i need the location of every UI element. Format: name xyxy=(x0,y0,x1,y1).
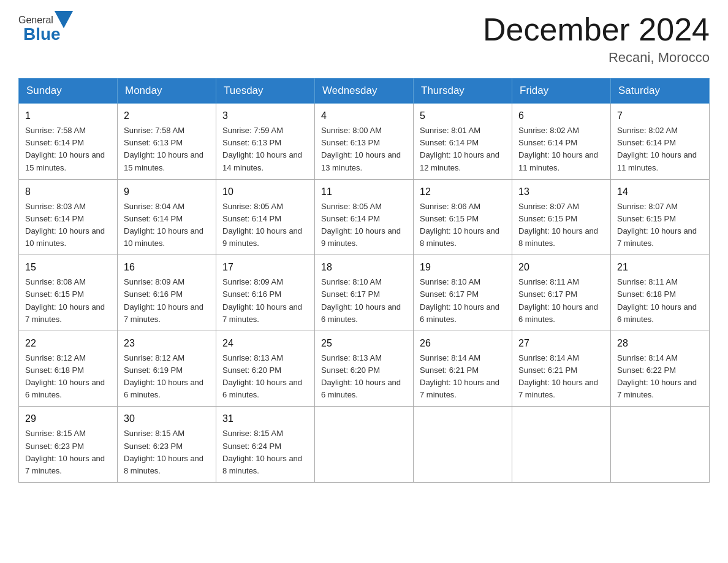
day-cell xyxy=(315,407,414,483)
day-number: 9 xyxy=(124,185,210,199)
day-cell: 10 Sunrise: 8:05 AMSunset: 6:14 PMDaylig… xyxy=(216,179,315,255)
header-monday: Monday xyxy=(118,79,216,104)
day-number: 25 xyxy=(321,336,407,351)
day-info: Sunrise: 8:05 AMSunset: 6:14 PMDaylight:… xyxy=(321,202,401,248)
day-number: 27 xyxy=(518,336,604,351)
day-number: 8 xyxy=(25,185,111,199)
header-thursday: Thursday xyxy=(414,79,512,104)
day-number: 3 xyxy=(222,109,308,123)
day-info: Sunrise: 8:15 AMSunset: 6:23 PMDaylight:… xyxy=(25,429,105,475)
day-info: Sunrise: 8:04 AMSunset: 6:14 PMDaylight:… xyxy=(124,202,203,248)
day-info: Sunrise: 8:14 AMSunset: 6:22 PMDaylight:… xyxy=(617,353,697,399)
header-wednesday: Wednesday xyxy=(315,79,414,104)
day-number: 26 xyxy=(420,336,506,351)
day-info: Sunrise: 7:58 AMSunset: 6:14 PMDaylight:… xyxy=(25,126,105,172)
day-cell: 18 Sunrise: 8:10 AMSunset: 6:17 PMDaylig… xyxy=(315,255,414,331)
day-cell: 1 Sunrise: 7:58 AMSunset: 6:14 PMDayligh… xyxy=(19,104,118,180)
logo-blue-text: Blue xyxy=(23,25,61,44)
day-info: Sunrise: 8:09 AMSunset: 6:16 PMDaylight:… xyxy=(124,277,203,323)
day-cell: 11 Sunrise: 8:05 AMSunset: 6:14 PMDaylig… xyxy=(315,179,414,255)
header-row: Sunday Monday Tuesday Wednesday Thursday… xyxy=(19,79,710,104)
day-number: 4 xyxy=(321,109,407,123)
day-cell: 20 Sunrise: 8:11 AMSunset: 6:17 PMDaylig… xyxy=(512,255,611,331)
day-info: Sunrise: 8:15 AMSunset: 6:24 PMDaylight:… xyxy=(222,429,302,475)
day-number: 12 xyxy=(420,185,506,199)
day-info: Sunrise: 8:06 AMSunset: 6:15 PMDaylight:… xyxy=(420,202,499,248)
week-row-3: 15 Sunrise: 8:08 AMSunset: 6:15 PMDaylig… xyxy=(19,255,710,331)
day-cell xyxy=(512,407,611,483)
day-cell: 13 Sunrise: 8:07 AMSunset: 6:15 PMDaylig… xyxy=(512,179,611,255)
day-cell: 2 Sunrise: 7:58 AMSunset: 6:13 PMDayligh… xyxy=(118,104,216,180)
day-info: Sunrise: 8:13 AMSunset: 6:20 PMDaylight:… xyxy=(321,353,401,399)
day-number: 17 xyxy=(222,260,308,275)
day-info: Sunrise: 8:13 AMSunset: 6:20 PMDaylight:… xyxy=(222,353,302,399)
day-info: Sunrise: 8:12 AMSunset: 6:18 PMDaylight:… xyxy=(25,353,105,399)
day-number: 20 xyxy=(518,260,604,275)
day-number: 14 xyxy=(617,185,703,199)
day-info: Sunrise: 8:10 AMSunset: 6:17 PMDaylight:… xyxy=(420,277,499,323)
header-friday: Friday xyxy=(512,79,611,104)
day-cell: 23 Sunrise: 8:12 AMSunset: 6:19 PMDaylig… xyxy=(118,331,216,407)
day-cell: 3 Sunrise: 7:59 AMSunset: 6:13 PMDayligh… xyxy=(216,104,315,180)
week-row-4: 22 Sunrise: 8:12 AMSunset: 6:18 PMDaylig… xyxy=(19,331,710,407)
day-info: Sunrise: 8:15 AMSunset: 6:23 PMDaylight:… xyxy=(124,429,203,475)
week-row-1: 1 Sunrise: 7:58 AMSunset: 6:14 PMDayligh… xyxy=(19,104,710,180)
day-cell: 9 Sunrise: 8:04 AMSunset: 6:14 PMDayligh… xyxy=(118,179,216,255)
day-number: 6 xyxy=(518,109,604,123)
day-info: Sunrise: 8:07 AMSunset: 6:15 PMDaylight:… xyxy=(617,202,697,248)
day-info: Sunrise: 8:09 AMSunset: 6:16 PMDaylight:… xyxy=(222,277,302,323)
day-info: Sunrise: 8:03 AMSunset: 6:14 PMDaylight:… xyxy=(25,202,105,248)
week-row-2: 8 Sunrise: 8:03 AMSunset: 6:14 PMDayligh… xyxy=(19,179,710,255)
day-info: Sunrise: 8:08 AMSunset: 6:15 PMDaylight:… xyxy=(25,277,105,323)
day-number: 10 xyxy=(222,185,308,199)
day-cell: 17 Sunrise: 8:09 AMSunset: 6:16 PMDaylig… xyxy=(216,255,315,331)
title-section: December 2024 Recani, Morocco xyxy=(483,12,710,66)
day-cell: 14 Sunrise: 8:07 AMSunset: 6:15 PMDaylig… xyxy=(611,179,710,255)
day-number: 22 xyxy=(25,336,111,351)
day-info: Sunrise: 7:58 AMSunset: 6:13 PMDaylight:… xyxy=(124,126,203,172)
day-number: 2 xyxy=(124,109,210,123)
day-cell: 15 Sunrise: 8:08 AMSunset: 6:15 PMDaylig… xyxy=(19,255,118,331)
day-number: 31 xyxy=(222,412,308,426)
day-cell: 21 Sunrise: 8:11 AMSunset: 6:18 PMDaylig… xyxy=(611,255,710,331)
header-sunday: Sunday xyxy=(19,79,118,104)
day-number: 13 xyxy=(518,185,604,199)
day-cell: 22 Sunrise: 8:12 AMSunset: 6:18 PMDaylig… xyxy=(19,331,118,407)
day-cell: 12 Sunrise: 8:06 AMSunset: 6:15 PMDaylig… xyxy=(414,179,512,255)
day-number: 24 xyxy=(222,336,308,351)
day-number: 11 xyxy=(321,185,407,199)
day-cell: 16 Sunrise: 8:09 AMSunset: 6:16 PMDaylig… xyxy=(118,255,216,331)
day-cell xyxy=(611,407,710,483)
day-number: 30 xyxy=(124,412,210,426)
logo: General Blue xyxy=(18,12,73,44)
day-number: 1 xyxy=(25,109,111,123)
day-cell xyxy=(414,407,512,483)
day-cell: 7 Sunrise: 8:02 AMSunset: 6:14 PMDayligh… xyxy=(611,104,710,180)
calendar-table: Sunday Monday Tuesday Wednesday Thursday… xyxy=(18,78,710,483)
day-info: Sunrise: 7:59 AMSunset: 6:13 PMDaylight:… xyxy=(222,126,302,172)
day-info: Sunrise: 8:14 AMSunset: 6:21 PMDaylight:… xyxy=(518,353,598,399)
day-number: 16 xyxy=(124,260,210,275)
day-number: 5 xyxy=(420,109,506,123)
day-cell: 8 Sunrise: 8:03 AMSunset: 6:14 PMDayligh… xyxy=(19,179,118,255)
day-info: Sunrise: 8:05 AMSunset: 6:14 PMDaylight:… xyxy=(222,202,302,248)
day-info: Sunrise: 8:11 AMSunset: 6:18 PMDaylight:… xyxy=(617,277,697,323)
day-number: 28 xyxy=(617,336,703,351)
day-info: Sunrise: 8:12 AMSunset: 6:19 PMDaylight:… xyxy=(124,353,203,399)
day-cell: 28 Sunrise: 8:14 AMSunset: 6:22 PMDaylig… xyxy=(611,331,710,407)
day-info: Sunrise: 8:02 AMSunset: 6:14 PMDaylight:… xyxy=(617,126,697,172)
day-number: 21 xyxy=(617,260,703,275)
day-cell: 26 Sunrise: 8:14 AMSunset: 6:21 PMDaylig… xyxy=(414,331,512,407)
day-number: 23 xyxy=(124,336,210,351)
day-info: Sunrise: 8:10 AMSunset: 6:17 PMDaylight:… xyxy=(321,277,401,323)
week-row-5: 29 Sunrise: 8:15 AMSunset: 6:23 PMDaylig… xyxy=(19,407,710,483)
day-cell: 30 Sunrise: 8:15 AMSunset: 6:23 PMDaylig… xyxy=(118,407,216,483)
day-cell: 4 Sunrise: 8:00 AMSunset: 6:13 PMDayligh… xyxy=(315,104,414,180)
day-info: Sunrise: 8:14 AMSunset: 6:21 PMDaylight:… xyxy=(420,353,499,399)
day-cell: 19 Sunrise: 8:10 AMSunset: 6:17 PMDaylig… xyxy=(414,255,512,331)
day-info: Sunrise: 8:11 AMSunset: 6:17 PMDaylight:… xyxy=(518,277,598,323)
day-number: 18 xyxy=(321,260,407,275)
day-number: 29 xyxy=(25,412,111,426)
day-info: Sunrise: 8:00 AMSunset: 6:13 PMDaylight:… xyxy=(321,126,401,172)
day-cell: 5 Sunrise: 8:01 AMSunset: 6:14 PMDayligh… xyxy=(414,104,512,180)
